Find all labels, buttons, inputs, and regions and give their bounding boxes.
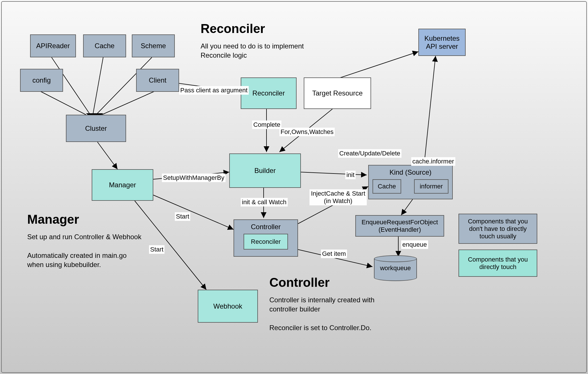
node-reconciler: Reconciler (241, 77, 297, 109)
manager-heading: Manager (27, 212, 79, 227)
node-client: Client (136, 69, 179, 92)
node-controller-reconciler: Reconciler (244, 234, 288, 250)
legend-grey: Components that you don't have to direct… (458, 214, 537, 244)
legend-teal: Components that you directly touch (458, 250, 537, 277)
label-cache-informer: cache.informer (411, 157, 455, 166)
label-for-owns-watches: For,Owns,Watches (279, 128, 335, 136)
label-start2: Start (149, 245, 164, 254)
node-kind-cache: Cache (373, 179, 401, 194)
label-pass-client: Pass client as argument (179, 86, 249, 95)
label-get-item: Get item (321, 250, 347, 258)
label-enqueue: enqueue (401, 240, 428, 249)
label-complete: Complete (252, 120, 281, 129)
node-webhook: Webhook (198, 290, 258, 323)
node-kind-informer: informer (414, 179, 448, 194)
manager-subtitle: Set up and run Controller & Webhook Auto… (27, 232, 142, 270)
controller-heading: Controller (269, 275, 330, 290)
label-init-call-watch: init & call Watch (241, 198, 288, 207)
node-apireader: APIReader (30, 34, 76, 57)
reconciler-heading: Reconciler (201, 22, 265, 36)
node-manager: Manager (92, 169, 153, 201)
label-init: init (345, 171, 356, 179)
node-target-resource: Target Resource (304, 77, 371, 109)
node-config: config (20, 69, 63, 92)
node-scheme: Scheme (132, 34, 175, 57)
node-enqueue-handler: EnqueueRequestForObject (EventHandler) (355, 215, 444, 237)
node-cluster: Cluster (66, 115, 126, 142)
node-builder: Builder (229, 153, 301, 188)
node-cache: Cache (83, 34, 126, 57)
reconciler-subtitle: All you need to do is to implement Recon… (201, 42, 327, 60)
label-create-update-delete: Create/Update/Delete (338, 149, 401, 158)
label-inject-cache: InjectCache & Start (in Watch) (309, 189, 367, 205)
node-k8s-api: Kubernetes API server (418, 29, 466, 56)
controller-subtitle: Controller is internally created with co… (269, 295, 384, 333)
label-start1: Start (175, 212, 190, 221)
node-workqueue: workqueue (374, 255, 417, 281)
label-setup-with-manager: SetupWithManagerBy (162, 174, 226, 182)
